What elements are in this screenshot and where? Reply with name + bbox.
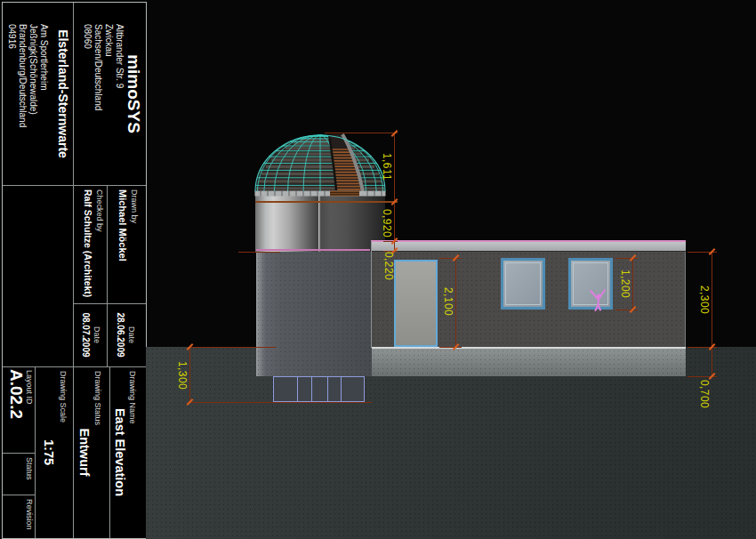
revision-label: Revision bbox=[25, 499, 34, 530]
dimension-value: 1,300 bbox=[176, 361, 189, 390]
dimension-line bbox=[394, 133, 395, 251]
dimension-value: 1,611 bbox=[381, 153, 393, 181]
dimension-line bbox=[632, 258, 633, 310]
checked-by-value: Ralf Schultze (Architekt) bbox=[83, 189, 93, 297]
dimension-value: 0,920 bbox=[381, 209, 393, 237]
dimension-value: 0,220 bbox=[382, 252, 395, 280]
title-block: mimoSYS Altbrander Str. 9 Zwickau Sachse… bbox=[2, 2, 147, 539]
drawing-status-label: Drawing Status bbox=[93, 371, 102, 425]
dome bbox=[253, 125, 387, 197]
company-address-line: Altbrander Str. 9 bbox=[114, 24, 125, 88]
divider bbox=[109, 366, 110, 538]
drawing-name-label: Drawing Name bbox=[128, 371, 137, 424]
extension-line bbox=[615, 258, 638, 259]
layout-id-value: A.02.2 bbox=[6, 369, 26, 419]
drawing-scale-label: Drawing Scale bbox=[59, 371, 68, 422]
drawn-by-label: Drawn by bbox=[130, 189, 139, 223]
company-address-line: 08060 bbox=[82, 24, 92, 49]
divider bbox=[107, 185, 108, 366]
drawing-scale-value: 1:75 bbox=[42, 366, 56, 538]
layout-id-label: Layout ID bbox=[25, 370, 34, 405]
extension-line bbox=[188, 347, 276, 348]
project-name: Elsterland-Sternwarte bbox=[56, 3, 70, 185]
ring-shutter-slot bbox=[330, 191, 359, 197]
extension-line bbox=[439, 347, 462, 348]
checked-date-label: Date bbox=[92, 303, 101, 366]
divider bbox=[3, 185, 146, 186]
dimension-value: 0,700 bbox=[698, 380, 711, 408]
drawn-date-value: 28.06.2009 bbox=[116, 303, 125, 366]
extension-line bbox=[615, 310, 638, 310]
drum-base-line bbox=[256, 249, 370, 251]
drawing-name-value: East Elevation bbox=[113, 366, 127, 538]
person-figure-icon bbox=[588, 288, 609, 311]
tower-base bbox=[256, 252, 372, 376]
extension-line bbox=[238, 252, 280, 253]
divider bbox=[3, 495, 36, 495]
divider bbox=[73, 3, 74, 538]
extension-line bbox=[325, 133, 398, 133]
stair-divider bbox=[341, 377, 342, 401]
dimension-line bbox=[455, 258, 456, 347]
window-left bbox=[501, 258, 545, 310]
stair-divider bbox=[327, 377, 328, 401]
project-address-line: Jeßnigk(Schönewalde) bbox=[28, 24, 38, 115]
extension-line bbox=[188, 402, 372, 403]
company-address-line: Zwickau bbox=[103, 24, 114, 57]
company-name: mimoSYS bbox=[124, 3, 143, 185]
entrance-door bbox=[394, 260, 438, 347]
dimension-value: 2,300 bbox=[698, 286, 711, 314]
extension-line bbox=[255, 201, 398, 203]
checked-date-value: 08.07.2009 bbox=[81, 303, 91, 366]
divider bbox=[3, 453, 36, 454]
company-address-line: Sachsen/Deutschland bbox=[92, 24, 103, 110]
stair-divider bbox=[311, 377, 312, 401]
extension-line bbox=[439, 258, 462, 259]
stair-divider bbox=[297, 377, 298, 401]
dimension-line bbox=[712, 252, 712, 376]
cad-sheet: mimoSYS Altbrander Str. 9 Zwickau Sachse… bbox=[0, 0, 756, 539]
basement-stairs bbox=[273, 376, 365, 402]
tower-wall-joint bbox=[371, 241, 372, 348]
checked-by-label: Checked by bbox=[95, 189, 104, 232]
drum-seam bbox=[318, 196, 319, 250]
dimension-value: 2,100 bbox=[442, 287, 454, 316]
dome-drum bbox=[255, 195, 385, 252]
window-inner-frame bbox=[505, 262, 541, 305]
dimension-value: 1,200 bbox=[619, 270, 631, 298]
drawn-date-label: Date bbox=[127, 303, 136, 366]
drawing-status-value: Entwurf bbox=[77, 366, 92, 538]
dimension-line bbox=[189, 347, 190, 402]
project-address-line: 04916 bbox=[6, 24, 17, 49]
project-address-line: Am Sportlerheim bbox=[38, 24, 49, 90]
plinth bbox=[372, 347, 686, 376]
project-address-line: Brandenburg/Deutschland bbox=[17, 24, 28, 127]
dome-base-ring bbox=[255, 191, 386, 197]
drawn-by-value: Michael Möckel bbox=[117, 189, 128, 261]
roof-slab bbox=[371, 240, 686, 252]
divider bbox=[35, 366, 36, 538]
status-label: Status bbox=[25, 457, 34, 480]
